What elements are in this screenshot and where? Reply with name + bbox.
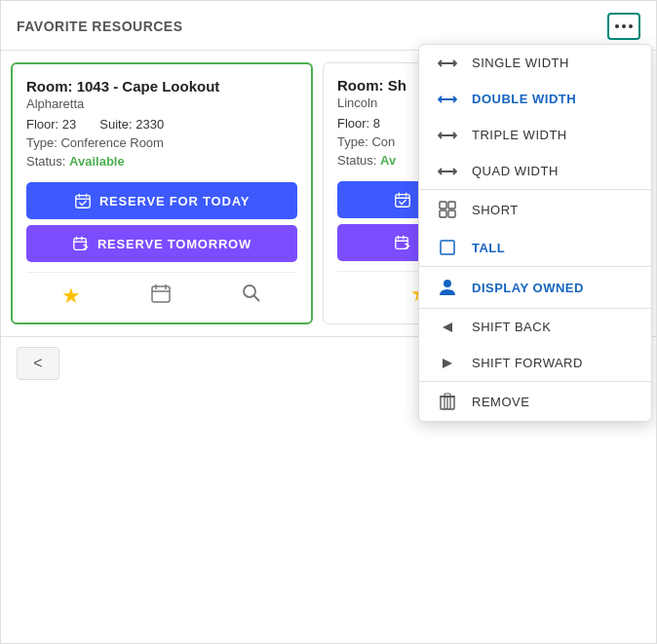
svg-marker-33 [443,359,452,368]
menu-item-single-width[interactable]: SINGLE WIDTH [419,45,651,81]
svg-rect-30 [441,241,454,254]
favorite-star-button[interactable]: ★ [58,280,85,313]
arrows-h-icon-quad [437,165,458,178]
svg-rect-29 [448,210,455,217]
svg-rect-18 [396,238,408,249]
arrows-h-icon-single [437,57,458,70]
arrows-h-icon-double [437,93,458,106]
card2-calendar-check-icon [394,191,411,208]
display-owned-icon-svg [438,278,457,297]
person-icon [437,278,458,297]
menu-item-shift-back[interactable]: SHIFT BACK [419,309,651,345]
menu-item-short[interactable]: SHORT [419,190,651,229]
menu-label-double-width: DOUBLE WIDTH [472,92,576,106]
reserve-today-button[interactable]: RESERVE FOR TODAY [26,182,297,219]
menu-item-double-width[interactable]: DOUBLE WIDTH [419,81,651,117]
reserve-today-label: RESERVE FOR TODAY [99,194,250,208]
trash-icon [437,393,458,410]
svg-rect-27 [448,202,455,208]
reserve-tomorrow-button[interactable]: RESERVE TOMORROW [26,225,297,262]
menu-item-quad-width[interactable]: QUAD WIDTH [419,153,651,189]
svg-rect-14 [396,195,409,208]
calendar-icon-button[interactable] [146,279,175,313]
card2-calendar-forward-icon [394,234,411,251]
dot1 [615,24,619,28]
svg-rect-0 [76,196,90,208]
reserve-tomorrow-label: RESERVE TOMORROW [97,237,251,251]
svg-rect-28 [440,210,446,217]
shift-back-icon-svg [441,321,454,334]
dot3 [629,24,633,28]
menu-label-shift-back: SHIFT BACK [472,320,551,334]
menu-item-display-owned[interactable]: DISPLAY OWNED [419,267,651,308]
card-1-title: Room: 1043 - Cape Lookout [26,78,297,95]
short-icon-svg [439,201,456,218]
svg-rect-8 [152,286,170,302]
card-1: Room: 1043 - Cape Lookout Alpharetta Flo… [11,62,313,324]
svg-marker-32 [443,322,452,332]
grid-icon [437,201,458,218]
menu-item-shift-forward[interactable]: SHIFT FORWARD [419,345,651,381]
remove-icon-svg [440,393,455,410]
svg-rect-39 [444,394,450,397]
quad-width-icon [438,165,457,178]
back-icon: < [33,355,42,372]
card-1-floor-suite-row: Floor: 23 Suite: 2330 [26,117,297,132]
svg-point-31 [444,280,451,287]
tall-icon-svg [440,240,455,255]
menu-label-quad-width: QUAD WIDTH [472,164,559,178]
card-1-suite: Suite: 2330 [99,117,164,132]
calendar-icon [150,283,172,304]
triangle-right-icon [437,357,458,370]
triangle-left-icon [437,321,458,334]
menu-label-display-owned: DISPLAY OWNED [472,281,584,295]
menu-label-single-width: SINGLE WIDTH [472,56,569,70]
card-1-status: Status: Available [26,154,297,169]
menu-item-tall[interactable]: TALL [419,229,651,266]
more-button[interactable] [607,13,640,40]
card-1-subtitle: Alpharetta [26,96,297,111]
card-1-type: Type: Conference Room [26,135,297,150]
double-width-icon [438,93,457,106]
menu-label-triple-width: TRIPLE WIDTH [472,128,567,142]
back-button[interactable]: < [17,347,59,380]
card-1-footer: ★ [26,272,297,313]
dropdown-menu: SINGLE WIDTH DOUBLE WIDTH TR [418,44,652,422]
dot2 [622,24,626,28]
svg-rect-26 [440,202,446,208]
triple-width-icon [438,129,457,142]
calendar-forward-icon [72,235,90,252]
search-icon [241,283,262,304]
card-2-floor: Floor: 8 [337,116,380,131]
card-1-floor: Floor: 23 [26,117,76,132]
menu-label-short: SHORT [472,203,519,217]
search-icon-button[interactable] [237,279,266,313]
svg-point-12 [244,285,255,297]
menu-item-remove[interactable]: REMOVE [419,382,651,421]
shift-forward-icon-svg [441,357,454,370]
calendar-check-icon [74,192,92,209]
header-title: FAVORITE RESOURCES [17,19,183,34]
arrows-h-icon-triple [437,129,458,142]
menu-label-remove: REMOVE [472,395,529,409]
main-container: FAVORITE RESOURCES Room: 1043 - Cape Loo… [0,0,657,644]
menu-label-tall: TALL [472,241,505,255]
single-width-icon [438,57,457,70]
menu-item-triple-width[interactable]: TRIPLE WIDTH [419,117,651,153]
svg-rect-4 [74,239,87,250]
square-icon [437,240,458,255]
svg-line-13 [254,296,260,302]
menu-label-shift-forward: SHIFT FORWARD [472,356,583,370]
